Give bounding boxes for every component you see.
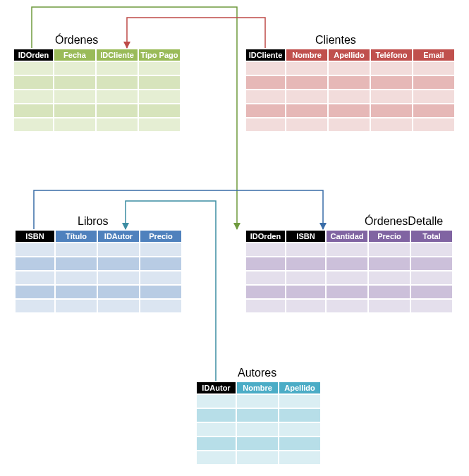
col-header: IDOrden: [246, 231, 285, 242]
table-row: [246, 271, 452, 284]
table-row: [16, 300, 181, 312]
col-header: Nombre: [286, 49, 327, 61]
table-row: [246, 76, 454, 89]
table-row: [197, 395, 320, 408]
table-grid-clientes: IDCliente Nombre Apellido Teléfono Email: [245, 48, 456, 133]
table-row: [14, 104, 180, 117]
table-title-ordenes: Órdenes: [13, 34, 181, 47]
table-row: [14, 76, 180, 89]
table-row: [246, 62, 454, 75]
col-header: ISBN: [286, 231, 325, 242]
col-header: Teléfono: [371, 49, 412, 61]
col-header: Email: [413, 49, 454, 61]
table-row: [16, 286, 181, 298]
col-header: ISBN: [16, 231, 54, 242]
table-row: [246, 104, 454, 117]
table-row: [246, 90, 454, 103]
table-row: [246, 243, 452, 256]
table-row: [246, 257, 452, 270]
table-grid-autores: IDAutor Nombre Apellido: [195, 381, 322, 465]
table-grid-libros: ISBN Título IDAutor Precio: [14, 229, 183, 314]
table-libros: Libros ISBN Título IDAutor Precio: [14, 215, 183, 314]
col-header: Título: [56, 231, 97, 242]
col-header: IDCliente: [246, 49, 285, 61]
col-header: Precio: [140, 231, 181, 242]
table-title-clientes: Clientes: [245, 34, 456, 47]
table-row: [16, 243, 181, 256]
col-header: Cantidad: [327, 231, 367, 242]
col-header: Fecha: [54, 49, 95, 61]
table-row: [197, 423, 320, 436]
table-row: [14, 90, 180, 103]
table-title-autores: Autores: [195, 367, 322, 379]
table-row: [14, 118, 180, 131]
col-header: IDCliente: [97, 49, 138, 61]
col-header: IDOrden: [14, 49, 53, 61]
table-ordenes: Órdenes IDOrden Fecha IDCliente Tipo Pag…: [13, 34, 181, 133]
table-row: [197, 437, 320, 450]
diagram-canvas: Órdenes IDOrden Fecha IDCliente Tipo Pag…: [0, 0, 469, 476]
table-autores: Autores IDAutor Nombre Apellido: [195, 367, 322, 465]
table-row: [246, 300, 452, 312]
col-header: Apellido: [279, 382, 320, 393]
table-clientes: Clientes IDCliente Nombre Apellido Teléf…: [245, 34, 456, 133]
col-header: Nombre: [237, 382, 278, 393]
table-title-ordenes-detalle: ÓrdenesDetalle: [245, 215, 453, 228]
table-title-libros: Libros: [14, 215, 183, 228]
table-row: [16, 271, 181, 284]
col-header: Tipo Pago: [139, 49, 180, 61]
table-row: [197, 451, 320, 464]
table-row: [14, 62, 180, 75]
col-header: IDAutor: [98, 231, 139, 242]
table-row: [197, 409, 320, 422]
table-row: [16, 257, 181, 270]
table-grid-ordenes-detalle: IDOrden ISBN Cantidad Precio Total: [245, 229, 453, 314]
col-header: IDAutor: [197, 382, 236, 393]
table-row: [246, 118, 454, 131]
table-grid-ordenes: IDOrden Fecha IDCliente Tipo Pago: [13, 48, 181, 133]
col-header: Total: [411, 231, 452, 242]
table-ordenes-detalle: ÓrdenesDetalle IDOrden ISBN Cantidad Pre…: [245, 215, 453, 314]
table-row: [246, 286, 452, 298]
col-header: Apellido: [329, 49, 370, 61]
col-header: Precio: [369, 231, 410, 242]
